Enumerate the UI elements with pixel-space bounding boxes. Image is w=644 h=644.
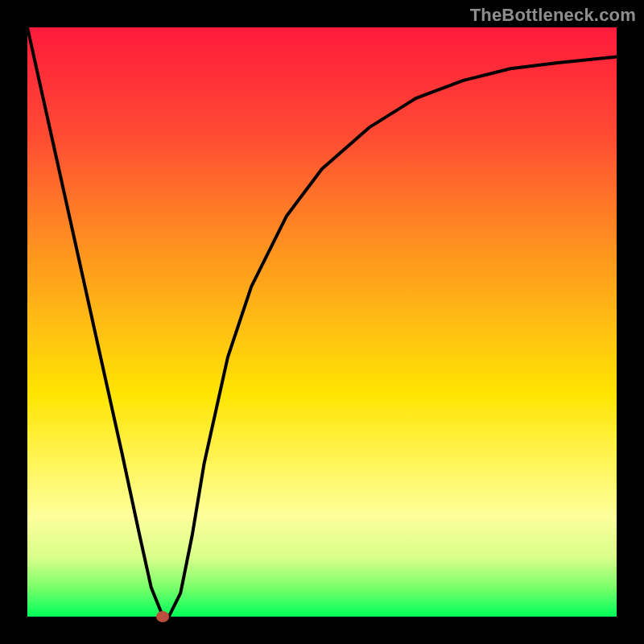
chart-frame: TheBottleneck.com — [0, 0, 644, 644]
selected-config-marker — [156, 611, 169, 622]
watermark: TheBottleneck.com — [470, 5, 636, 26]
plot-area — [27, 27, 617, 617]
bottleneck-curve — [27, 27, 617, 617]
